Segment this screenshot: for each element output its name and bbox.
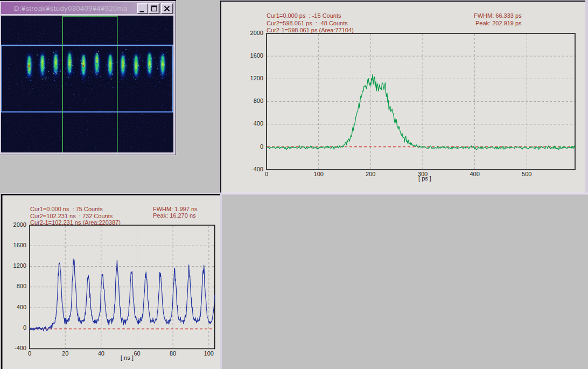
svg-text:800: 800	[17, 283, 26, 289]
svg-text:[ ns ]: [ ns ]	[121, 354, 134, 361]
svg-text:Cur2-1=598.061 ps (Area:77104): Cur2-1=598.061 ps (Area:77104)	[267, 27, 354, 33]
svg-text:1600: 1600	[250, 52, 263, 59]
svg-text:500: 500	[522, 171, 531, 177]
svg-text:100: 100	[204, 350, 214, 357]
svg-text:Cur1=0.000 ps : -15 Counts: Cur1=0.000 ps : -15 Counts	[267, 12, 341, 19]
svg-text:-400: -400	[15, 345, 26, 351]
svg-text:Peak: 16.270 ns: Peak: 16.270 ns	[153, 212, 196, 219]
svg-text:0: 0	[28, 350, 31, 357]
svg-text:400: 400	[17, 304, 26, 310]
svg-text:D:¥streak¥study030409¥4¥920ma: D:¥streak¥study030409¥4¥920ma	[14, 4, 128, 12]
svg-text:0: 0	[260, 143, 263, 150]
svg-text:Peak: 202.919 ps: Peak: 202.919 ps	[475, 20, 522, 26]
svg-text:80: 80	[170, 350, 176, 357]
svg-text:200: 200	[366, 171, 375, 177]
svg-text:1200: 1200	[13, 262, 26, 269]
svg-text:400: 400	[470, 171, 479, 177]
svg-text:Cur2=598.061 ps : -48 Counts: Cur2=598.061 ps : -48 Counts	[267, 20, 348, 26]
svg-text:0: 0	[23, 324, 26, 331]
svg-text:60: 60	[134, 350, 140, 357]
svg-text:2000: 2000	[250, 30, 263, 36]
svg-text:2000: 2000	[13, 221, 26, 228]
svg-text:FWHM: 66.333 ps: FWHM: 66.333 ps	[474, 12, 522, 19]
svg-text:-400: -400	[251, 166, 263, 172]
svg-text:400: 400	[254, 120, 263, 127]
svg-text:1600: 1600	[13, 242, 26, 248]
svg-text:20: 20	[62, 350, 68, 357]
svg-text:40: 40	[98, 350, 104, 357]
svg-text:FWHM: 1.997 ns: FWHM: 1.997 ns	[153, 206, 198, 212]
svg-text:800: 800	[254, 98, 263, 104]
svg-text:[ ps ]: [ ps ]	[418, 175, 431, 182]
svg-text:100: 100	[314, 171, 324, 177]
svg-text:Cur1=0.000 ns : 75 Counts: Cur1=0.000 ns : 75 Counts	[30, 206, 103, 212]
svg-text:Cur2=102.231 ns : 732 Counts: Cur2=102.231 ns : 732 Counts	[30, 213, 113, 219]
svg-text:0: 0	[265, 171, 268, 177]
svg-text:1200: 1200	[250, 75, 263, 81]
